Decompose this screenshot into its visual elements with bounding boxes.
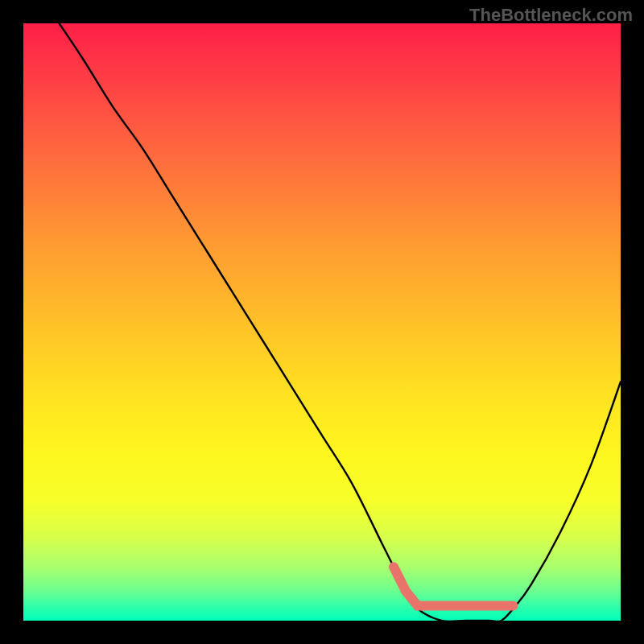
curve-layer: [23, 23, 621, 621]
plot-area: [23, 23, 621, 621]
optimal-band-marker: [394, 567, 513, 605]
watermark-text: TheBottleneck.com: [469, 5, 633, 26]
bottleneck-curve: [60, 23, 621, 621]
